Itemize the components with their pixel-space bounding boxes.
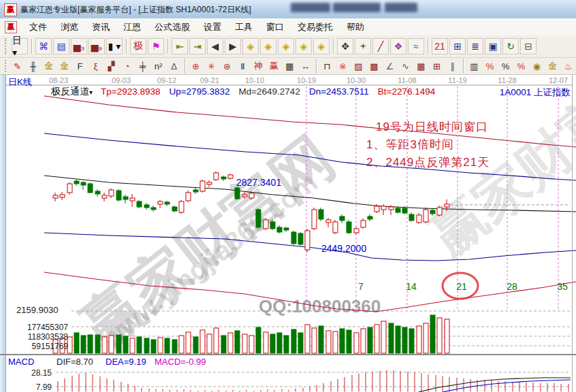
step-forward-button[interactable]: ▶ [225, 38, 241, 54]
dense-grid-tool[interactable]: ▦ [414, 59, 428, 73]
channel-param-1: Up=2795.3832 [169, 86, 229, 97]
menu-item-4[interactable]: 公式选股 [148, 19, 197, 35]
channel-param-3: Dn=2453.7511 [309, 86, 369, 97]
frame-grid-tool[interactable]: ⊞ [430, 59, 444, 73]
gold-line-tool[interactable]: 金 [545, 59, 560, 73]
save-button[interactable]: ▣ [485, 38, 501, 54]
gold-circle-tool[interactable]: ◉ [530, 59, 544, 73]
bars-9-icon[interactable]: ▅₉ [89, 38, 105, 54]
menu-item-2[interactable]: 资讯 [85, 19, 116, 35]
macd-readout-1: DIF=8.70 [57, 357, 93, 367]
ruler-tool[interactable]: ╪ [135, 59, 150, 73]
bars-3-icon[interactable]: ▅₃ [71, 38, 87, 54]
toolbar-drag-handle-2[interactable] [5, 60, 7, 72]
menu-item-3[interactable]: 江恩 [116, 19, 148, 35]
candle-style-button[interactable]: ▮ ▾ [106, 38, 123, 54]
redacted-text-blob [385, 3, 417, 12]
percent-tool[interactable]: % [498, 59, 513, 73]
toolbar-separator [126, 39, 127, 54]
stamp-tool[interactable]: ▞ [104, 59, 118, 73]
compass-tool[interactable]: ⊕ [189, 59, 203, 73]
calculator-button[interactable]: ⊞ [449, 38, 466, 54]
menu-item-5[interactable]: 设置 [197, 19, 228, 35]
angle-lines-tool[interactable]: ∠ [383, 59, 397, 73]
annotation-line-3: 2、2449点反弹第21天 [366, 154, 490, 170]
fib-tool[interactable]: F [73, 59, 87, 73]
hatch-box-tool[interactable]: ▨ [351, 59, 366, 73]
vee-tool[interactable]: ∿ [398, 59, 413, 73]
menu-item-7[interactable]: 窗口 [259, 19, 291, 35]
percent-line-tool[interactable]: % [514, 59, 528, 73]
period-day-button[interactable]: 日 ▾ [12, 38, 28, 54]
macd-readout-2: DEA=9.19 [106, 357, 146, 367]
diamond-compress-button[interactable]: ◈ [295, 38, 312, 54]
menu-item-6[interactable]: 工具 [228, 19, 259, 35]
stats-tool[interactable]: ▥ [467, 59, 481, 73]
menu-item-0[interactable]: 文件 [22, 19, 54, 35]
step-back-button[interactable]: ◀ [207, 38, 223, 54]
diamond-prev-button[interactable]: ◈ [242, 38, 259, 54]
menu-item-1[interactable]: 浏览 [54, 19, 85, 35]
winner-logo-icon[interactable]: ⌘ [35, 38, 52, 54]
spiral-tool[interactable]: ξ [89, 59, 103, 73]
channel-param-0: Tp=2923.8938 [101, 86, 160, 97]
gate-tool[interactable]: ⊓ [320, 59, 334, 73]
jifan-channel-button[interactable]: 极 [130, 38, 146, 54]
toolbar-drag-handle[interactable] [5, 38, 9, 54]
gold-grid-1-tool[interactable]: 金 [42, 59, 56, 73]
calendar-button[interactable]: 21 [432, 38, 448, 54]
parallel-tool[interactable]: ∥ [445, 59, 460, 73]
net-box-tool[interactable]: ▩ [367, 59, 381, 73]
n2-tool[interactable]: n² [151, 59, 165, 73]
kline-chart[interactable] [0, 75, 576, 392]
hydrant-tool[interactable]: ♨ [561, 59, 575, 73]
date-tick-label: 09-21 [197, 76, 222, 84]
title-bar[interactable]: 赢 赢家江恩专业版[赢家服务平台] - [上证指数 SH1A0001-72日K线… [0, 0, 576, 19]
frame-tool[interactable]: ▦ [283, 59, 297, 73]
report-button[interactable]: ≣ [467, 38, 483, 54]
redacted-text-blob [333, 3, 381, 12]
channel-params: Tp=2923.8938Up=2795.3832Md=2649.2742Dn=2… [101, 86, 435, 97]
gann-shape-button[interactable]: ❖ [390, 38, 406, 54]
menu-item-9[interactable]: 帮助 [340, 19, 371, 35]
menu-bar: 赢 文件浏览资讯江恩公式选股设置工具窗口交易委托帮助 [0, 18, 576, 36]
indicator-dropdown-icon[interactable]: ▾ [89, 88, 93, 96]
trade-cart-button[interactable]: ⊟ [520, 38, 537, 54]
shen-tool[interactable]: 神 [251, 59, 266, 73]
redacted-text-blob [291, 3, 330, 12]
date-tick-label: 11-08 [395, 76, 419, 84]
gann-grid-tool[interactable]: ╫ [26, 59, 40, 73]
time-window-label: 28 [505, 281, 519, 292]
indicator-label[interactable]: 极反通道▾ [51, 86, 93, 98]
angle-tool[interactable]: Δ [167, 59, 181, 73]
percent-flag-tool[interactable]: % [483, 59, 497, 73]
rays-tool[interactable]: ※ [336, 59, 350, 73]
hand-tool-button[interactable]: ✥ [337, 38, 353, 54]
pencil-tool[interactable]: ✎ [10, 59, 25, 73]
segment-tool-button[interactable]: ╱ [372, 38, 389, 54]
date-tick-label: 10-30 [344, 76, 368, 84]
macd-readout-3: MACD=-0.99 [155, 357, 206, 367]
starburst-tool[interactable]: ✳ [204, 59, 219, 73]
diamond-expand-button[interactable]: ◈ [278, 38, 294, 54]
menu-item-8[interactable]: 交易委托 [291, 19, 340, 35]
width-tool[interactable]: ↔ [298, 59, 313, 73]
ying-tool[interactable]: 赢 [267, 59, 281, 73]
diamond-next-button[interactable]: ◈ [260, 38, 276, 54]
diamond-center-button[interactable]: ◈ [313, 38, 330, 54]
jump-first-button[interactable]: ⇤ [172, 38, 188, 54]
clock-tool[interactable]: ◔ [120, 59, 134, 73]
gold-grid-2-tool[interactable]: 金 [57, 59, 71, 73]
crosshair-tool-button[interactable]: ＋ [355, 38, 371, 54]
flag-tool-button[interactable]: ⚑ [148, 38, 164, 54]
web-tool[interactable]: ⊛ [220, 59, 234, 73]
pause-tool[interactable]: Ⅱ [236, 59, 250, 73]
symbol-label: 1A0001 上证指数 [500, 86, 571, 99]
macd-scale-label: 28.15 [20, 368, 52, 378]
info-board-icon[interactable]: ▤ [53, 38, 69, 54]
line-manager-button[interactable]: ≈ [408, 38, 424, 54]
date-tick-label: 11-19 [445, 76, 470, 84]
refresh-button[interactable]: ↻ [502, 38, 519, 54]
jump-last-button[interactable]: ⇥ [189, 38, 206, 54]
channel-param-2: Md=2649.2742 [238, 86, 300, 97]
